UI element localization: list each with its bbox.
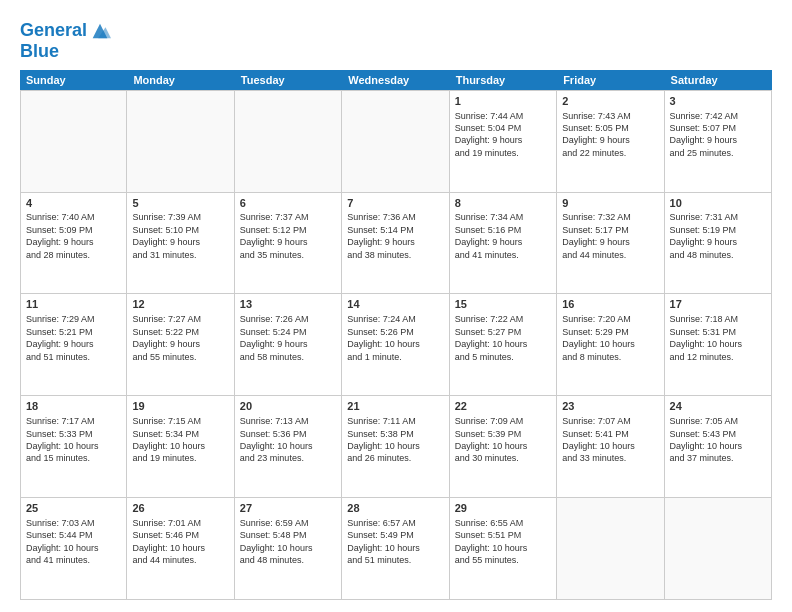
cal-cell: 6Sunrise: 7:37 AMSunset: 5:12 PMDaylight… — [235, 193, 342, 294]
week-row-2: 4Sunrise: 7:40 AMSunset: 5:09 PMDaylight… — [20, 193, 772, 295]
week-row-1: 1Sunrise: 7:44 AMSunset: 5:04 PMDaylight… — [20, 90, 772, 193]
cal-cell: 17Sunrise: 7:18 AMSunset: 5:31 PMDayligh… — [665, 294, 772, 395]
page: General Blue SundayMondayTuesdayWednesda… — [0, 0, 792, 612]
cal-cell: 20Sunrise: 7:13 AMSunset: 5:36 PMDayligh… — [235, 396, 342, 497]
day-info: Sunrise: 7:09 AMSunset: 5:39 PMDaylight:… — [455, 415, 551, 465]
day-info: Sunrise: 7:18 AMSunset: 5:31 PMDaylight:… — [670, 313, 766, 363]
cal-cell: 14Sunrise: 7:24 AMSunset: 5:26 PMDayligh… — [342, 294, 449, 395]
week-row-5: 25Sunrise: 7:03 AMSunset: 5:44 PMDayligh… — [20, 498, 772, 600]
day-number: 12 — [132, 297, 228, 312]
cal-cell: 11Sunrise: 7:29 AMSunset: 5:21 PMDayligh… — [20, 294, 127, 395]
day-info: Sunrise: 6:55 AMSunset: 5:51 PMDaylight:… — [455, 517, 551, 567]
day-info: Sunrise: 7:22 AMSunset: 5:27 PMDaylight:… — [455, 313, 551, 363]
week-row-3: 11Sunrise: 7:29 AMSunset: 5:21 PMDayligh… — [20, 294, 772, 396]
calendar-header: SundayMondayTuesdayWednesdayThursdayFrid… — [20, 70, 772, 90]
cal-cell: 21Sunrise: 7:11 AMSunset: 5:38 PMDayligh… — [342, 396, 449, 497]
day-number: 26 — [132, 501, 228, 516]
cal-cell: 1Sunrise: 7:44 AMSunset: 5:04 PMDaylight… — [450, 91, 557, 192]
day-info: Sunrise: 7:42 AMSunset: 5:07 PMDaylight:… — [670, 110, 766, 160]
day-number: 2 — [562, 94, 658, 109]
cal-cell: 22Sunrise: 7:09 AMSunset: 5:39 PMDayligh… — [450, 396, 557, 497]
day-info: Sunrise: 7:34 AMSunset: 5:16 PMDaylight:… — [455, 211, 551, 261]
day-info: Sunrise: 7:44 AMSunset: 5:04 PMDaylight:… — [455, 110, 551, 160]
logo-icon — [89, 20, 111, 42]
day-number: 14 — [347, 297, 443, 312]
day-number: 21 — [347, 399, 443, 414]
cal-cell: 23Sunrise: 7:07 AMSunset: 5:41 PMDayligh… — [557, 396, 664, 497]
day-info: Sunrise: 7:05 AMSunset: 5:43 PMDaylight:… — [670, 415, 766, 465]
day-number: 8 — [455, 196, 551, 211]
cal-cell — [235, 91, 342, 192]
week-row-4: 18Sunrise: 7:17 AMSunset: 5:33 PMDayligh… — [20, 396, 772, 498]
header-day-tuesday: Tuesday — [235, 70, 342, 90]
day-info: Sunrise: 7:24 AMSunset: 5:26 PMDaylight:… — [347, 313, 443, 363]
day-number: 27 — [240, 501, 336, 516]
day-number: 22 — [455, 399, 551, 414]
cal-cell — [127, 91, 234, 192]
cal-cell: 3Sunrise: 7:42 AMSunset: 5:07 PMDaylight… — [665, 91, 772, 192]
cal-cell — [665, 498, 772, 599]
day-number: 6 — [240, 196, 336, 211]
day-number: 15 — [455, 297, 551, 312]
day-info: Sunrise: 6:57 AMSunset: 5:49 PMDaylight:… — [347, 517, 443, 567]
cal-cell: 7Sunrise: 7:36 AMSunset: 5:14 PMDaylight… — [342, 193, 449, 294]
header-day-sunday: Sunday — [20, 70, 127, 90]
day-info: Sunrise: 7:29 AMSunset: 5:21 PMDaylight:… — [26, 313, 121, 363]
cal-cell: 18Sunrise: 7:17 AMSunset: 5:33 PMDayligh… — [20, 396, 127, 497]
cal-cell: 16Sunrise: 7:20 AMSunset: 5:29 PMDayligh… — [557, 294, 664, 395]
cal-cell: 15Sunrise: 7:22 AMSunset: 5:27 PMDayligh… — [450, 294, 557, 395]
cal-cell: 13Sunrise: 7:26 AMSunset: 5:24 PMDayligh… — [235, 294, 342, 395]
day-info: Sunrise: 7:37 AMSunset: 5:12 PMDaylight:… — [240, 211, 336, 261]
day-number: 28 — [347, 501, 443, 516]
day-number: 29 — [455, 501, 551, 516]
day-number: 1 — [455, 94, 551, 109]
day-number: 13 — [240, 297, 336, 312]
day-info: Sunrise: 6:59 AMSunset: 5:48 PMDaylight:… — [240, 517, 336, 567]
day-number: 18 — [26, 399, 121, 414]
header-day-friday: Friday — [557, 70, 664, 90]
day-number: 11 — [26, 297, 121, 312]
day-number: 5 — [132, 196, 228, 211]
day-number: 9 — [562, 196, 658, 211]
day-info: Sunrise: 7:15 AMSunset: 5:34 PMDaylight:… — [132, 415, 228, 465]
cal-cell: 25Sunrise: 7:03 AMSunset: 5:44 PMDayligh… — [20, 498, 127, 599]
cal-cell: 5Sunrise: 7:39 AMSunset: 5:10 PMDaylight… — [127, 193, 234, 294]
day-info: Sunrise: 7:43 AMSunset: 5:05 PMDaylight:… — [562, 110, 658, 160]
header-day-saturday: Saturday — [665, 70, 772, 90]
logo-text-line1: General — [20, 21, 87, 41]
day-info: Sunrise: 7:07 AMSunset: 5:41 PMDaylight:… — [562, 415, 658, 465]
calendar-body: 1Sunrise: 7:44 AMSunset: 5:04 PMDaylight… — [20, 90, 772, 600]
day-info: Sunrise: 7:17 AMSunset: 5:33 PMDaylight:… — [26, 415, 121, 465]
day-number: 20 — [240, 399, 336, 414]
day-info: Sunrise: 7:32 AMSunset: 5:17 PMDaylight:… — [562, 211, 658, 261]
cal-cell: 19Sunrise: 7:15 AMSunset: 5:34 PMDayligh… — [127, 396, 234, 497]
day-info: Sunrise: 7:36 AMSunset: 5:14 PMDaylight:… — [347, 211, 443, 261]
day-info: Sunrise: 7:31 AMSunset: 5:19 PMDaylight:… — [670, 211, 766, 261]
cal-cell: 4Sunrise: 7:40 AMSunset: 5:09 PMDaylight… — [20, 193, 127, 294]
day-number: 23 — [562, 399, 658, 414]
header: General Blue — [20, 16, 772, 62]
day-info: Sunrise: 7:20 AMSunset: 5:29 PMDaylight:… — [562, 313, 658, 363]
cal-cell: 28Sunrise: 6:57 AMSunset: 5:49 PMDayligh… — [342, 498, 449, 599]
day-number: 19 — [132, 399, 228, 414]
cal-cell: 8Sunrise: 7:34 AMSunset: 5:16 PMDaylight… — [450, 193, 557, 294]
cal-cell — [20, 91, 127, 192]
day-number: 17 — [670, 297, 766, 312]
day-number: 10 — [670, 196, 766, 211]
day-info: Sunrise: 7:26 AMSunset: 5:24 PMDaylight:… — [240, 313, 336, 363]
day-number: 7 — [347, 196, 443, 211]
cal-cell: 10Sunrise: 7:31 AMSunset: 5:19 PMDayligh… — [665, 193, 772, 294]
cal-cell: 9Sunrise: 7:32 AMSunset: 5:17 PMDaylight… — [557, 193, 664, 294]
day-info: Sunrise: 7:01 AMSunset: 5:46 PMDaylight:… — [132, 517, 228, 567]
logo: General Blue — [20, 20, 111, 62]
cal-cell — [557, 498, 664, 599]
cal-cell: 24Sunrise: 7:05 AMSunset: 5:43 PMDayligh… — [665, 396, 772, 497]
logo-text-line2: Blue — [20, 42, 111, 62]
cal-cell: 12Sunrise: 7:27 AMSunset: 5:22 PMDayligh… — [127, 294, 234, 395]
day-info: Sunrise: 7:27 AMSunset: 5:22 PMDaylight:… — [132, 313, 228, 363]
cal-cell: 29Sunrise: 6:55 AMSunset: 5:51 PMDayligh… — [450, 498, 557, 599]
day-number: 3 — [670, 94, 766, 109]
day-info: Sunrise: 7:40 AMSunset: 5:09 PMDaylight:… — [26, 211, 121, 261]
cal-cell: 26Sunrise: 7:01 AMSunset: 5:46 PMDayligh… — [127, 498, 234, 599]
day-info: Sunrise: 7:11 AMSunset: 5:38 PMDaylight:… — [347, 415, 443, 465]
